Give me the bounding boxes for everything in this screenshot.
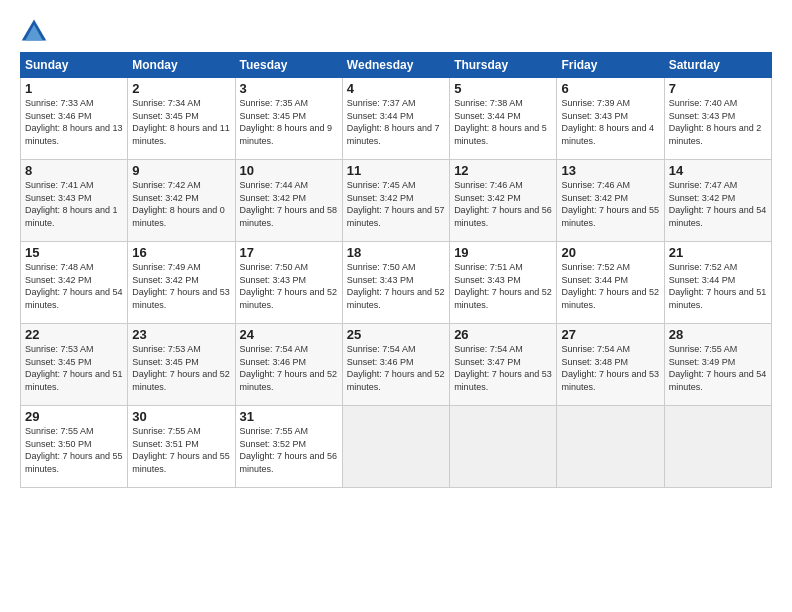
calendar-day-cell: 3 Sunrise: 7:35 AMSunset: 3:45 PMDayligh… bbox=[235, 78, 342, 160]
day-number: 22 bbox=[25, 327, 123, 342]
calendar-day-cell: 6 Sunrise: 7:39 AMSunset: 3:43 PMDayligh… bbox=[557, 78, 664, 160]
calendar-table: SundayMondayTuesdayWednesdayThursdayFrid… bbox=[20, 52, 772, 488]
day-info: Sunrise: 7:55 AMSunset: 3:51 PMDaylight:… bbox=[132, 426, 230, 474]
day-info: Sunrise: 7:45 AMSunset: 3:42 PMDaylight:… bbox=[347, 180, 445, 228]
day-info: Sunrise: 7:50 AMSunset: 3:43 PMDaylight:… bbox=[347, 262, 445, 310]
calendar-day-cell bbox=[450, 406, 557, 488]
calendar-day-cell bbox=[664, 406, 771, 488]
logo-icon bbox=[20, 16, 48, 44]
day-number: 28 bbox=[669, 327, 767, 342]
calendar-day-cell: 2 Sunrise: 7:34 AMSunset: 3:45 PMDayligh… bbox=[128, 78, 235, 160]
calendar-day-cell: 19 Sunrise: 7:51 AMSunset: 3:43 PMDaylig… bbox=[450, 242, 557, 324]
calendar-header-thursday: Thursday bbox=[450, 53, 557, 78]
day-number: 5 bbox=[454, 81, 552, 96]
calendar-header-tuesday: Tuesday bbox=[235, 53, 342, 78]
calendar-day-cell: 24 Sunrise: 7:54 AMSunset: 3:46 PMDaylig… bbox=[235, 324, 342, 406]
day-info: Sunrise: 7:37 AMSunset: 3:44 PMDaylight:… bbox=[347, 98, 440, 146]
calendar-day-cell: 15 Sunrise: 7:48 AMSunset: 3:42 PMDaylig… bbox=[21, 242, 128, 324]
day-info: Sunrise: 7:49 AMSunset: 3:42 PMDaylight:… bbox=[132, 262, 230, 310]
calendar-day-cell: 18 Sunrise: 7:50 AMSunset: 3:43 PMDaylig… bbox=[342, 242, 449, 324]
day-number: 24 bbox=[240, 327, 338, 342]
calendar-day-cell: 29 Sunrise: 7:55 AMSunset: 3:50 PMDaylig… bbox=[21, 406, 128, 488]
day-info: Sunrise: 7:53 AMSunset: 3:45 PMDaylight:… bbox=[132, 344, 230, 392]
day-number: 11 bbox=[347, 163, 445, 178]
calendar-day-cell bbox=[557, 406, 664, 488]
calendar-day-cell: 23 Sunrise: 7:53 AMSunset: 3:45 PMDaylig… bbox=[128, 324, 235, 406]
day-info: Sunrise: 7:41 AMSunset: 3:43 PMDaylight:… bbox=[25, 180, 118, 228]
calendar-day-cell: 30 Sunrise: 7:55 AMSunset: 3:51 PMDaylig… bbox=[128, 406, 235, 488]
calendar-day-cell: 10 Sunrise: 7:44 AMSunset: 3:42 PMDaylig… bbox=[235, 160, 342, 242]
calendar-day-cell: 21 Sunrise: 7:52 AMSunset: 3:44 PMDaylig… bbox=[664, 242, 771, 324]
day-info: Sunrise: 7:51 AMSunset: 3:43 PMDaylight:… bbox=[454, 262, 552, 310]
day-number: 23 bbox=[132, 327, 230, 342]
day-number: 16 bbox=[132, 245, 230, 260]
calendar-day-cell: 7 Sunrise: 7:40 AMSunset: 3:43 PMDayligh… bbox=[664, 78, 771, 160]
day-info: Sunrise: 7:38 AMSunset: 3:44 PMDaylight:… bbox=[454, 98, 547, 146]
calendar-day-cell: 26 Sunrise: 7:54 AMSunset: 3:47 PMDaylig… bbox=[450, 324, 557, 406]
day-number: 17 bbox=[240, 245, 338, 260]
day-number: 15 bbox=[25, 245, 123, 260]
day-info: Sunrise: 7:39 AMSunset: 3:43 PMDaylight:… bbox=[561, 98, 654, 146]
day-number: 27 bbox=[561, 327, 659, 342]
calendar-day-cell: 20 Sunrise: 7:52 AMSunset: 3:44 PMDaylig… bbox=[557, 242, 664, 324]
day-info: Sunrise: 7:55 AMSunset: 3:49 PMDaylight:… bbox=[669, 344, 767, 392]
day-number: 20 bbox=[561, 245, 659, 260]
calendar-header-wednesday: Wednesday bbox=[342, 53, 449, 78]
calendar-day-cell: 13 Sunrise: 7:46 AMSunset: 3:42 PMDaylig… bbox=[557, 160, 664, 242]
calendar-week-row: 29 Sunrise: 7:55 AMSunset: 3:50 PMDaylig… bbox=[21, 406, 772, 488]
day-number: 2 bbox=[132, 81, 230, 96]
day-info: Sunrise: 7:54 AMSunset: 3:47 PMDaylight:… bbox=[454, 344, 552, 392]
calendar-day-cell: 28 Sunrise: 7:55 AMSunset: 3:49 PMDaylig… bbox=[664, 324, 771, 406]
day-number: 1 bbox=[25, 81, 123, 96]
calendar-day-cell: 22 Sunrise: 7:53 AMSunset: 3:45 PMDaylig… bbox=[21, 324, 128, 406]
day-info: Sunrise: 7:42 AMSunset: 3:42 PMDaylight:… bbox=[132, 180, 225, 228]
day-info: Sunrise: 7:55 AMSunset: 3:52 PMDaylight:… bbox=[240, 426, 338, 474]
day-info: Sunrise: 7:47 AMSunset: 3:42 PMDaylight:… bbox=[669, 180, 767, 228]
calendar-day-cell: 27 Sunrise: 7:54 AMSunset: 3:48 PMDaylig… bbox=[557, 324, 664, 406]
day-info: Sunrise: 7:34 AMSunset: 3:45 PMDaylight:… bbox=[132, 98, 230, 146]
calendar-week-row: 8 Sunrise: 7:41 AMSunset: 3:43 PMDayligh… bbox=[21, 160, 772, 242]
day-number: 26 bbox=[454, 327, 552, 342]
calendar-header-saturday: Saturday bbox=[664, 53, 771, 78]
day-number: 29 bbox=[25, 409, 123, 424]
day-info: Sunrise: 7:50 AMSunset: 3:43 PMDaylight:… bbox=[240, 262, 338, 310]
day-number: 3 bbox=[240, 81, 338, 96]
calendar-day-cell: 5 Sunrise: 7:38 AMSunset: 3:44 PMDayligh… bbox=[450, 78, 557, 160]
day-info: Sunrise: 7:55 AMSunset: 3:50 PMDaylight:… bbox=[25, 426, 123, 474]
day-number: 25 bbox=[347, 327, 445, 342]
calendar-week-row: 1 Sunrise: 7:33 AMSunset: 3:46 PMDayligh… bbox=[21, 78, 772, 160]
day-number: 13 bbox=[561, 163, 659, 178]
day-number: 10 bbox=[240, 163, 338, 178]
day-info: Sunrise: 7:40 AMSunset: 3:43 PMDaylight:… bbox=[669, 98, 762, 146]
day-number: 8 bbox=[25, 163, 123, 178]
day-number: 9 bbox=[132, 163, 230, 178]
day-info: Sunrise: 7:46 AMSunset: 3:42 PMDaylight:… bbox=[454, 180, 552, 228]
day-number: 30 bbox=[132, 409, 230, 424]
calendar-week-row: 22 Sunrise: 7:53 AMSunset: 3:45 PMDaylig… bbox=[21, 324, 772, 406]
day-number: 6 bbox=[561, 81, 659, 96]
day-number: 31 bbox=[240, 409, 338, 424]
day-number: 19 bbox=[454, 245, 552, 260]
day-number: 14 bbox=[669, 163, 767, 178]
calendar-day-cell: 31 Sunrise: 7:55 AMSunset: 3:52 PMDaylig… bbox=[235, 406, 342, 488]
calendar-day-cell bbox=[342, 406, 449, 488]
day-info: Sunrise: 7:35 AMSunset: 3:45 PMDaylight:… bbox=[240, 98, 333, 146]
calendar-day-cell: 16 Sunrise: 7:49 AMSunset: 3:42 PMDaylig… bbox=[128, 242, 235, 324]
calendar-day-cell: 14 Sunrise: 7:47 AMSunset: 3:42 PMDaylig… bbox=[664, 160, 771, 242]
day-info: Sunrise: 7:33 AMSunset: 3:46 PMDaylight:… bbox=[25, 98, 123, 146]
calendar-day-cell: 9 Sunrise: 7:42 AMSunset: 3:42 PMDayligh… bbox=[128, 160, 235, 242]
day-info: Sunrise: 7:54 AMSunset: 3:46 PMDaylight:… bbox=[240, 344, 338, 392]
page: SundayMondayTuesdayWednesdayThursdayFrid… bbox=[0, 0, 792, 612]
calendar-day-cell: 25 Sunrise: 7:54 AMSunset: 3:46 PMDaylig… bbox=[342, 324, 449, 406]
day-number: 21 bbox=[669, 245, 767, 260]
calendar-day-cell: 8 Sunrise: 7:41 AMSunset: 3:43 PMDayligh… bbox=[21, 160, 128, 242]
day-info: Sunrise: 7:54 AMSunset: 3:46 PMDaylight:… bbox=[347, 344, 445, 392]
logo bbox=[20, 16, 52, 44]
calendar-header-sunday: Sunday bbox=[21, 53, 128, 78]
calendar-header-monday: Monday bbox=[128, 53, 235, 78]
day-info: Sunrise: 7:54 AMSunset: 3:48 PMDaylight:… bbox=[561, 344, 659, 392]
header bbox=[20, 16, 772, 44]
calendar-day-cell: 17 Sunrise: 7:50 AMSunset: 3:43 PMDaylig… bbox=[235, 242, 342, 324]
calendar-day-cell: 1 Sunrise: 7:33 AMSunset: 3:46 PMDayligh… bbox=[21, 78, 128, 160]
day-number: 4 bbox=[347, 81, 445, 96]
